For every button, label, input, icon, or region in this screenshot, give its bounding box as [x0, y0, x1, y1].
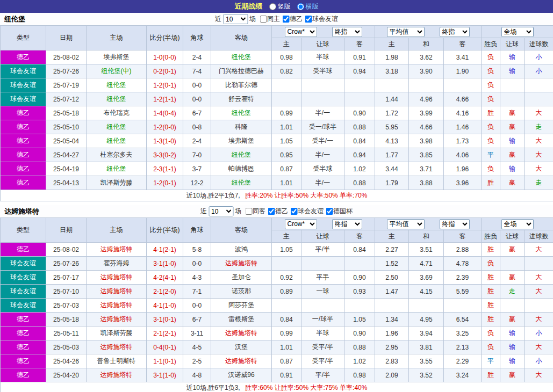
match-score[interactable]: 0-4(0-1) [147, 340, 183, 354]
match-score[interactable]: 3-1(1-0) [147, 257, 183, 271]
away-team[interactable]: 雷根斯堡 [211, 313, 272, 326]
away-team[interactable]: 达姆施塔特 [211, 326, 272, 340]
match-score[interactable]: 1-2(0-1) [147, 176, 183, 190]
match-score[interactable]: 1-4(0-4) [147, 106, 183, 120]
home-team[interactable]: 凯泽斯劳滕 [87, 326, 147, 340]
away-team[interactable]: 埃弗斯堡 [211, 134, 272, 148]
filter-checkbox-option[interactable]: 德乙 [265, 207, 288, 216]
match-score[interactable]: 0-2(0-1) [147, 64, 183, 78]
bookmaker-select[interactable]: Crow* [285, 27, 317, 37]
match-score[interactable]: 1-2(0-0) [147, 120, 183, 134]
avg-final-select[interactable]: 终指 [440, 219, 470, 229]
home-team[interactable]: 达姆施塔特 [87, 313, 147, 326]
home-team[interactable]: 纽伦堡 [87, 134, 147, 148]
match-score[interactable]: 2-1(2-1) [147, 326, 183, 340]
layout-option-horizontal[interactable]: 横版 [297, 2, 319, 11]
away-team[interactable]: 舒云霍特 [211, 92, 272, 106]
full-match-select[interactable]: 全场 [501, 27, 534, 37]
horizontal-radio[interactable] [297, 3, 304, 10]
filter-checkbox[interactable] [326, 208, 333, 215]
away-team[interactable]: 科隆 [211, 120, 272, 134]
filter-checkbox[interactable] [268, 208, 275, 215]
home-team[interactable]: 纽伦堡 [87, 78, 147, 92]
away-team[interactable]: 波鸿 [211, 243, 272, 257]
filter-checkbox[interactable] [305, 16, 312, 23]
away-team[interactable]: 诺茨郡 [211, 285, 272, 299]
away-team[interactable]: 纽伦堡 [211, 106, 272, 120]
away-team[interactable]: 汉堡 [211, 340, 272, 354]
filter-checkbox-option[interactable]: 同客 [243, 207, 265, 216]
match-count-select[interactable]: 10 [209, 206, 233, 216]
home-team[interactable]: 达姆施塔特 [87, 285, 147, 299]
match-row: 球会友谊25-07-12纽伦堡1-2(1-1)0-0舒云霍特1.444.964.… [1, 92, 553, 106]
avg-final-select[interactable]: 终指 [440, 27, 470, 37]
away-team[interactable]: 纽伦堡 [211, 176, 272, 190]
filter-checkbox[interactable] [260, 16, 267, 23]
away-team[interactable]: 纽伦堡 [211, 50, 272, 64]
avg-home-odds: 2.09 [375, 368, 409, 382]
match-count-select[interactable]: 10 [223, 14, 248, 24]
vertical-radio[interactable] [269, 3, 276, 10]
match-score[interactable]: 1-2(0-1) [147, 78, 183, 92]
bookmaker-select[interactable]: Crow* [285, 219, 317, 229]
away-team[interactable]: 达姆施塔特 [211, 257, 272, 271]
match-score[interactable]: 4-1(1-0) [147, 299, 183, 313]
filter-checkbox-option[interactable]: 球会友谊 [303, 14, 338, 24]
home-team[interactable]: 埃弗斯堡 [87, 50, 147, 64]
home-team[interactable]: 达姆施塔特 [87, 340, 147, 354]
away-team[interactable]: 汉诺威96 [211, 368, 272, 382]
average-select[interactable]: 平均值 [387, 219, 425, 229]
summary-stats: 胜率:60% 让胜率:50% 大率:75% 单率:40% [245, 384, 367, 391]
away-team[interactable]: 纽伦堡 [211, 148, 272, 162]
filter-checkbox-option[interactable]: 同主 [257, 14, 280, 24]
filter-checkbox[interactable] [245, 208, 252, 215]
full-match-select[interactable]: 全场 [501, 219, 534, 229]
asian-home-odds [272, 299, 301, 313]
match-score[interactable]: 2-3(1-1) [147, 162, 183, 176]
asian-final-select[interactable]: 终指 [332, 27, 362, 37]
away-team[interactable]: 阿莎芬堡 [211, 299, 272, 313]
home-team[interactable]: 纽伦堡 [87, 120, 147, 134]
home-team[interactable]: 霍芬海姆 [87, 257, 147, 271]
match-date: 25-07-10 [46, 285, 87, 299]
asian-home-odds [272, 78, 301, 92]
away-team[interactable]: 帕德博恩 [211, 162, 272, 176]
away-team[interactable]: 圣加仑 [211, 271, 272, 285]
average-select[interactable]: 平均值 [387, 27, 425, 37]
match-score[interactable]: 4-1(2-1) [147, 243, 183, 257]
asian-final-select[interactable]: 终指 [332, 219, 362, 229]
team-section-nuremberg: 纽伦堡 近 10 场 同主德乙球会友谊 类型 日期 主场 比分(半场) 角球 客… [0, 13, 553, 201]
home-team[interactable]: 达姆施塔特 [87, 271, 147, 285]
match-score[interactable]: 1-3(1-0) [147, 134, 183, 148]
home-team[interactable]: 普鲁士明斯特 [87, 354, 147, 368]
away-team[interactable]: 比勒菲尔德 [211, 78, 272, 92]
home-team[interactable]: 达姆施塔特 [87, 243, 147, 257]
filter-checkbox-option[interactable]: 德国杯 [324, 207, 353, 216]
match-score[interactable]: 1-1(0-1) [147, 354, 183, 368]
match-score[interactable]: 3-1(1-0) [147, 368, 183, 382]
away-team[interactable]: 门兴格拉德巴赫 [211, 64, 272, 78]
home-team[interactable]: 达姆施塔特 [87, 299, 147, 313]
filter-checkbox[interactable] [290, 208, 297, 215]
home-team[interactable]: 凯泽斯劳滕 [87, 176, 147, 190]
match-score[interactable]: 2-1(2-0) [147, 285, 183, 299]
summary-row: 近10场,胜6平1负3, 胜率:60% 让胜率:50% 大率:75% 单率:40… [1, 382, 553, 392]
home-team[interactable]: 达姆施塔特 [87, 368, 147, 382]
away-team[interactable]: 达姆施塔特 [211, 354, 272, 368]
home-team[interactable]: 纽伦堡(中) [87, 64, 147, 78]
home-team[interactable]: 布伦瑞克 [87, 106, 147, 120]
match-score[interactable]: 4-2(4-1) [147, 271, 183, 285]
home-team[interactable]: 纽伦堡 [87, 92, 147, 106]
filter-checkbox[interactable] [282, 16, 289, 23]
layout-option-vertical[interactable]: 竖版 [269, 2, 291, 11]
filter-checkbox-option[interactable]: 球会友谊 [288, 207, 324, 216]
match-score[interactable]: 1-0(0-0) [147, 50, 183, 64]
match-score[interactable]: 1-2(1-1) [147, 92, 183, 106]
match-row: 德乙25-08-02埃弗斯堡1-0(0-0)2-4纽伦堡0.98半球0.911.… [1, 50, 553, 64]
home-team[interactable]: 纽伦堡 [87, 162, 147, 176]
asian-odds-header: Crow* 终指 [272, 26, 375, 38]
match-score[interactable]: 3-3(0-2) [147, 148, 183, 162]
home-team[interactable]: 杜塞尔多夫 [87, 148, 147, 162]
match-score[interactable]: 3-1(0-1) [147, 313, 183, 326]
filter-checkbox-option[interactable]: 德乙 [280, 14, 303, 24]
